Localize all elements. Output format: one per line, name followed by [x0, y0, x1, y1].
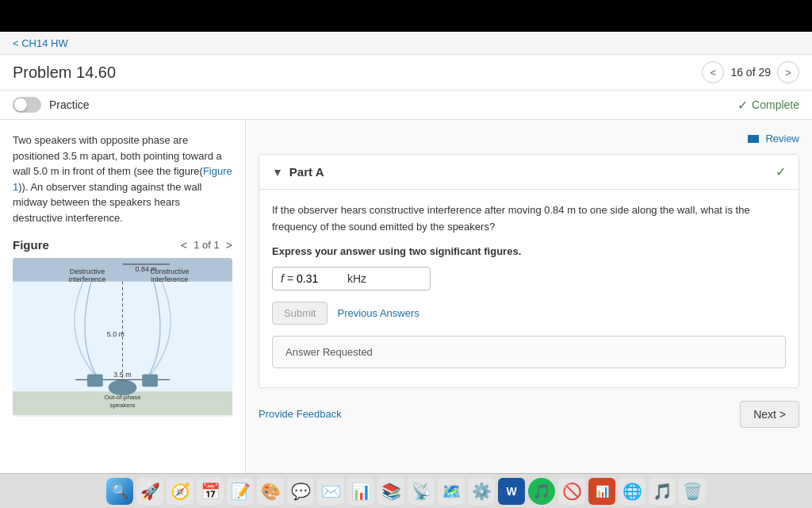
dock-facetime[interactable]: 📡 — [408, 478, 435, 505]
answer-prefix: f = — [281, 272, 293, 285]
practice-left: Practice — [13, 97, 90, 113]
dock-safari[interactable]: 🧭 — [167, 478, 193, 505]
dock: 🔍 🚀 🧭 📅 📝 🎨 💬 ✉️ 📊 📚 📡 🗺️ ⚙️ W 🎵 🚫 📊 🌐 🎵… — [0, 473, 812, 508]
svg-rect-16 — [87, 374, 103, 387]
problem-header: Problem 14.60 < 16 of 29 > — [0, 55, 812, 90]
part-label: Part A — [289, 165, 324, 179]
practice-label: Practice — [49, 98, 90, 111]
dock-maps[interactable]: 🗺️ — [438, 478, 465, 505]
figure-diagram: Constructive interference Destructive in… — [13, 258, 232, 417]
part-check-icon: ✓ — [776, 164, 786, 179]
svg-rect-17 — [142, 374, 158, 387]
prev-page-button[interactable]: < — [702, 61, 724, 83]
dock-trash[interactable]: 🗑️ — [679, 478, 706, 505]
left-panel: Two speakers with opposite phase are pos… — [0, 120, 246, 491]
dock-finder[interactable]: 🔍 — [106, 478, 133, 505]
dock-numbers[interactable]: 📊 — [347, 478, 374, 505]
complete-label: Complete — [752, 98, 799, 111]
action-row: Submit Previous Answers — [272, 302, 786, 325]
svg-text:Destructive: Destructive — [70, 267, 105, 275]
diagram-svg: Constructive interference Destructive in… — [13, 258, 232, 415]
bottom-row: Provide Feedback Next > — [259, 401, 799, 428]
figure-nav-text: 1 of 1 — [193, 239, 220, 251]
figure-nav: < 1 of 1 > — [181, 239, 232, 252]
practice-toggle[interactable] — [13, 97, 41, 113]
problem-text: Two speakers with opposite phase are pos… — [13, 133, 232, 225]
dock-photos[interactable]: 🎨 — [257, 478, 284, 505]
dock-powerpoint[interactable]: 📊 — [588, 478, 615, 505]
problem-text-part1: Two speakers with opposite phase are pos… — [13, 134, 222, 177]
problem-title: Problem 14.60 — [13, 64, 116, 82]
complete-badge: ✓ Complete — [737, 98, 799, 113]
dock-calendar[interactable]: 📅 — [197, 478, 224, 505]
main-content: Two speakers with opposite phase are pos… — [0, 120, 812, 491]
svg-text:interference: interference — [69, 275, 106, 283]
express-instruction: Express your answer using two significan… — [272, 245, 786, 257]
dock-itunes[interactable]: 🎵 — [649, 478, 676, 505]
toggle-knob — [14, 98, 27, 111]
dock-settings[interactable]: ⚙️ — [468, 478, 495, 505]
figure-prev-button[interactable]: < — [181, 239, 187, 252]
submit-button[interactable]: Submit — [272, 302, 327, 325]
part-header-left: ▼ Part A — [272, 165, 324, 179]
part-header[interactable]: ▼ Part A ✓ — [259, 155, 799, 190]
figure-title: Figure — [13, 238, 49, 252]
part-body: If the observer hears constructive inter… — [259, 190, 799, 387]
answer-input-box: f = kHz — [272, 267, 431, 291]
provide-feedback-link[interactable]: Provide Feedback — [259, 408, 342, 420]
pagination: < 16 of 29 > — [702, 61, 799, 83]
top-bar — [0, 0, 812, 32]
svg-text:0.84 m: 0.84 m — [136, 265, 157, 273]
svg-rect-1 — [13, 258, 232, 282]
answer-requested-label: Answer Requested — [285, 346, 373, 358]
svg-text:interference: interference — [151, 275, 188, 283]
dock-mail[interactable]: ✉️ — [317, 478, 344, 505]
next-page-button[interactable]: > — [777, 61, 799, 83]
answer-input-field[interactable] — [297, 272, 344, 285]
dock-notes[interactable]: 📝 — [227, 478, 254, 505]
review-button[interactable]: Review — [748, 133, 799, 144]
problem-text-part2: )). An observer standing against the wal… — [13, 181, 201, 224]
practice-bar: Practice ✓ Complete — [0, 90, 812, 120]
answer-input-row: f = kHz — [272, 267, 786, 291]
figure-section-header: Figure < 1 of 1 > — [13, 238, 232, 252]
chevron-down-icon: ▼ — [272, 166, 283, 179]
dock-word[interactable]: W — [498, 478, 525, 505]
dock-chrome[interactable]: 🌐 — [619, 478, 645, 505]
review-link-row: Review — [259, 133, 799, 144]
review-label: Review — [765, 133, 799, 144]
svg-text:Out-of-phase: Out-of-phase — [104, 394, 141, 401]
dock-nope[interactable]: 🚫 — [558, 478, 585, 505]
svg-text:speakers: speakers — [109, 402, 135, 409]
svg-text:5.0 m: 5.0 m — [107, 330, 124, 338]
figure-next-button[interactable]: > — [226, 239, 232, 252]
dock-books[interactable]: 📚 — [377, 478, 404, 505]
part-section: ▼ Part A ✓ If the observer hears constru… — [259, 154, 799, 388]
pagination-text: 16 of 29 — [730, 66, 771, 79]
prev-answers-link[interactable]: Previous Answers — [337, 307, 419, 319]
next-button[interactable]: Next > — [740, 401, 799, 428]
back-link[interactable]: < CH14 HW — [13, 37, 68, 49]
dock-messages[interactable]: 💬 — [287, 478, 314, 505]
dock-launchpad[interactable]: 🚀 — [136, 478, 163, 505]
dock-spotify[interactable]: 🎵 — [528, 478, 555, 505]
review-icon — [748, 135, 759, 143]
part-question: If the observer hears constructive inter… — [272, 202, 786, 236]
complete-check-icon: ✓ — [737, 98, 748, 113]
answer-unit: kHz — [347, 272, 366, 285]
answer-requested-box: Answer Requested — [272, 336, 786, 368]
right-panel: Review ▼ Part A ✓ If the observer hears … — [246, 120, 812, 491]
nav-bar: < CH14 HW — [0, 32, 812, 55]
